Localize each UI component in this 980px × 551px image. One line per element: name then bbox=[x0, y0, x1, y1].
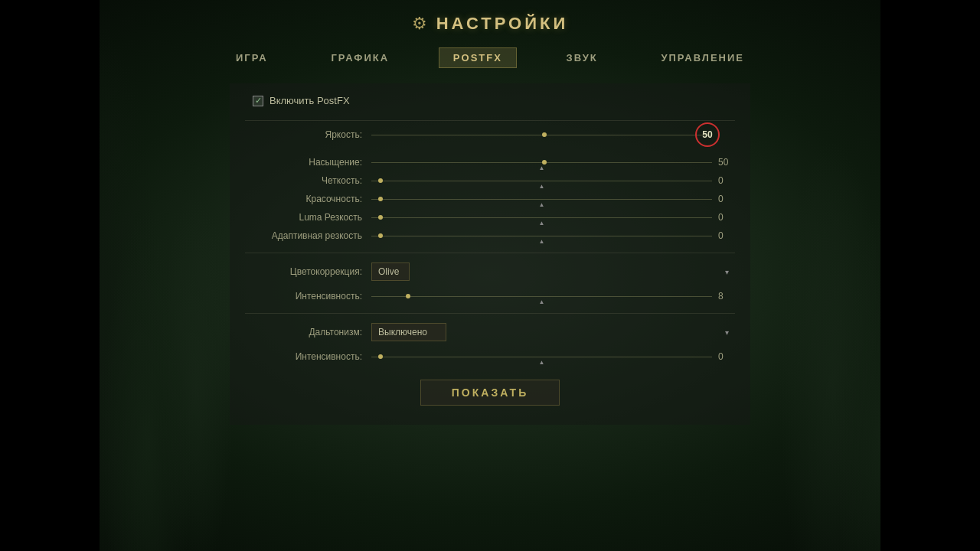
show-button[interactable]: ПОКАЗАТЬ bbox=[420, 380, 560, 406]
black-bar-left bbox=[0, 0, 100, 551]
content-area: ✓ Включить PostFX Яркость: 50 50 Насыщен… bbox=[230, 83, 750, 425]
intensity2-arrow-icon: ▲ bbox=[539, 360, 545, 366]
daltonism-select[interactable]: Выключено Протанопия Дейтеранопия Тритан… bbox=[371, 323, 446, 341]
tab-grafika[interactable]: ГРАФИКА bbox=[317, 47, 403, 68]
slider-adaptivnaya-thumb bbox=[378, 233, 383, 238]
daltonism-label: Дальтонизм: bbox=[245, 327, 371, 337]
enable-postfx-row: ✓ Включить PostFX bbox=[245, 95, 735, 106]
nasyshenie-arrow-icon: ▲ bbox=[539, 165, 545, 171]
slider-chetkoct-track-container[interactable]: ▲ bbox=[371, 173, 712, 188]
slider-krasochnost-thumb bbox=[378, 197, 383, 201]
enable-postfx-label: Включить PostFX bbox=[270, 95, 350, 106]
slider-luma-thumb bbox=[378, 215, 383, 220]
slider-chetkoct-thumb bbox=[378, 178, 383, 183]
slider-chetkoct-track bbox=[371, 181, 712, 181]
slider-chetkoct-label: Четкость: bbox=[245, 175, 371, 186]
tab-upravlenie[interactable]: УПРАВЛЕНИЕ bbox=[647, 47, 758, 68]
slider-intensity1-row: Интенсивность: ▲ 8 bbox=[245, 289, 735, 304]
divider-1 bbox=[245, 120, 735, 121]
slider-nasyshenie-track bbox=[371, 162, 712, 163]
luma-arrow-icon: ▲ bbox=[539, 220, 545, 227]
slider-adaptivnaya-value: 0 bbox=[712, 230, 735, 241]
slider-intensity1-value: 8 bbox=[712, 291, 735, 302]
slider-luma-value: 0 bbox=[712, 212, 735, 223]
daltonism-row: Дальтонизм: Выключено Протанопия Дейтера… bbox=[245, 323, 735, 341]
settings-panel: ⚙ НАСТРОЙКИ ИГРА ГРАФИКА POSTFX ЗВУК УПР… bbox=[100, 0, 880, 551]
slider-nasyshenie-label: Насыщение: bbox=[245, 157, 371, 168]
chetkoct-arrow-icon: ▲ bbox=[539, 184, 545, 190]
slider-intensity1-track-container[interactable]: ▲ bbox=[371, 289, 712, 304]
slider-adaptivnaya-track bbox=[371, 236, 712, 236]
divider-3 bbox=[245, 313, 735, 314]
slider-krasochnost-track bbox=[371, 199, 712, 200]
slider-intensity2-label: Интенсивность: bbox=[245, 351, 371, 362]
slider-krasochnost-row: Красочность: ▲ 0 bbox=[245, 191, 735, 207]
daltonism-dropdown-wrapper: Выключено Протанопия Дейтеранопия Тритан… bbox=[371, 323, 735, 341]
color-correction-row: Цветокоррекция: Olive None Warm Cool bbox=[245, 262, 735, 281]
slider-yarkost-track bbox=[371, 135, 712, 135]
slider-yarkost-thumb bbox=[542, 132, 547, 137]
slider-yarkost-bubble: 50 bbox=[695, 122, 720, 147]
slider-luma-label: Luma Резкость bbox=[245, 212, 371, 223]
enable-postfx-checkbox[interactable]: ✓ bbox=[253, 96, 263, 106]
color-correction-label: Цветокоррекция: bbox=[245, 266, 371, 277]
slider-yarkost-track-container[interactable]: 50 bbox=[371, 127, 712, 142]
black-bar-right bbox=[880, 0, 980, 551]
slider-adaptivnaya-row: Адаптивная резкость ▲ 0 bbox=[245, 228, 735, 243]
intensity1-arrow-icon: ▲ bbox=[539, 299, 545, 305]
slider-krasochnost-track-container[interactable]: ▲ bbox=[371, 191, 712, 207]
slider-intensity1-track bbox=[371, 296, 712, 297]
divider-2 bbox=[245, 253, 735, 253]
color-correction-select[interactable]: Olive None Warm Cool bbox=[371, 262, 410, 281]
tab-postfx[interactable]: POSTFX bbox=[439, 47, 517, 68]
slider-luma-row: Luma Резкость ▲ 0 bbox=[245, 210, 735, 225]
tab-zvuk[interactable]: ЗВУК bbox=[553, 47, 612, 68]
slider-chetkoct-value: 0 bbox=[712, 175, 735, 186]
slider-intensity2-row: Интенсивность: ▲ 0 bbox=[245, 349, 735, 364]
slider-adaptivnaya-track-container[interactable]: ▲ bbox=[371, 228, 712, 243]
slider-luma-track bbox=[371, 217, 712, 218]
slider-nasyshenie-row: Насыщение: ▲ 50 bbox=[245, 155, 735, 170]
slider-intensity2-thumb bbox=[378, 354, 383, 359]
slider-yarkost-label: Яркость: bbox=[245, 129, 371, 140]
slider-nasyshenie-track-container[interactable]: ▲ bbox=[371, 155, 712, 170]
slider-intensity1-label: Интенсивность: bbox=[245, 291, 371, 302]
checkbox-check-icon: ✓ bbox=[255, 96, 262, 106]
slider-intensity1-thumb bbox=[406, 294, 410, 298]
gear-icon: ⚙ bbox=[412, 14, 427, 34]
slider-krasochnost-value: 0 bbox=[712, 194, 735, 204]
slider-krasochnost-label: Красочность: bbox=[245, 194, 371, 204]
krasochnost-arrow-icon: ▲ bbox=[539, 202, 545, 208]
slider-intensity2-track-container[interactable]: ▲ bbox=[371, 349, 712, 364]
page-title: НАСТРОЙКИ bbox=[436, 14, 569, 34]
slider-intensity2-track bbox=[371, 357, 712, 357]
slider-chetkoct-row: Четкость: ▲ 0 bbox=[245, 173, 735, 188]
nav-tabs: ИГРА ГРАФИКА POSTFX ЗВУК УПРАВЛЕНИЕ bbox=[222, 47, 758, 68]
slider-yarkost-row: Яркость: 50 50 bbox=[245, 127, 735, 142]
title-row: ⚙ НАСТРОЙКИ bbox=[412, 14, 569, 34]
color-correction-dropdown-wrapper: Olive None Warm Cool bbox=[371, 262, 735, 281]
adaptivnaya-arrow-icon: ▲ bbox=[539, 239, 545, 245]
slider-adaptivnaya-label: Адаптивная резкость bbox=[245, 230, 371, 241]
slider-luma-track-container[interactable]: ▲ bbox=[371, 210, 712, 225]
slider-nasyshenie-value: 50 bbox=[712, 157, 735, 168]
tab-igra[interactable]: ИГРА bbox=[222, 47, 282, 68]
slider-intensity2-value: 0 bbox=[712, 351, 735, 362]
